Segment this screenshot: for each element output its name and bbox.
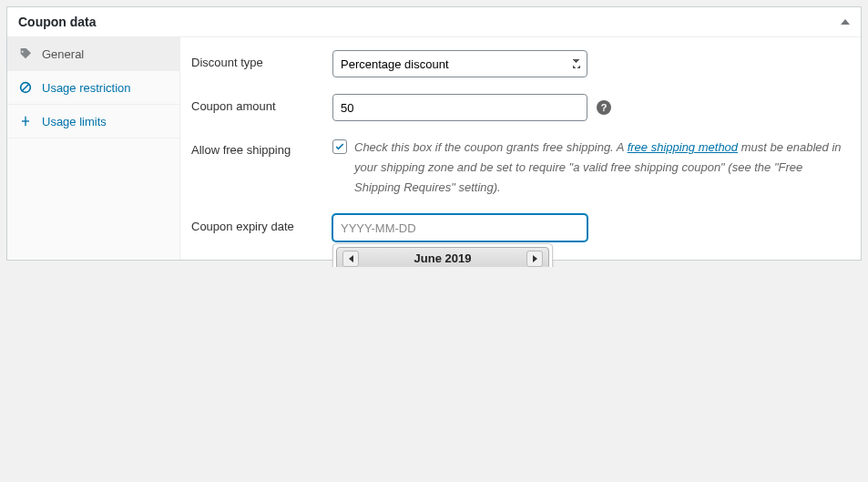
check-icon	[334, 141, 345, 152]
chevron-right-icon	[533, 255, 537, 262]
datepicker-popup: June 2019 MTWTFSS 1234567891011121314151…	[332, 243, 553, 267]
coupon-amount-label: Coupon amount	[191, 94, 332, 113]
free-shipping-label: Allow free shipping	[191, 138, 332, 157]
tabs-sidebar: General Usage restriction Usage limits	[7, 37, 180, 260]
tab-usage-restriction[interactable]: Usage restriction	[7, 71, 179, 105]
help-icon[interactable]: ?	[597, 100, 611, 115]
panel-header: Coupon data	[7, 7, 861, 37]
svg-line-1	[22, 84, 29, 91]
tab-usage-restriction-label: Usage restriction	[42, 81, 131, 95]
expiry-date-input[interactable]	[332, 214, 587, 241]
datepicker-prev-month[interactable]	[342, 251, 359, 267]
coupon-amount-input[interactable]	[332, 94, 587, 121]
datepicker-title: June 2019	[414, 251, 472, 265]
discount-type-label: Discount type	[191, 50, 332, 69]
panel-collapse-toggle[interactable]	[841, 19, 850, 25]
free-shipping-checkbox[interactable]	[332, 139, 347, 154]
datepicker-header: June 2019	[336, 247, 549, 267]
datepicker-next-month[interactable]	[526, 251, 543, 267]
tab-content: Discount type Percentage discount Coupon…	[180, 37, 861, 260]
chevron-left-icon	[349, 255, 353, 262]
tag-icon	[18, 46, 33, 61]
sliders-icon	[18, 114, 33, 128]
tab-general[interactable]: General	[7, 37, 179, 71]
tab-general-label: General	[42, 47, 84, 61]
coupon-data-panel: Coupon data General Usage restriction	[6, 6, 862, 261]
free-shipping-method-link[interactable]: free shipping method	[628, 140, 738, 154]
expiry-date-label: Coupon expiry date	[191, 214, 332, 233]
discount-type-select[interactable]: Percentage discount	[332, 50, 587, 77]
ban-icon	[18, 80, 33, 95]
tab-usage-limits[interactable]: Usage limits	[7, 105, 179, 138]
panel-title: Coupon data	[18, 15, 97, 29]
free-shipping-description: Check this box if the coupon grants free…	[354, 138, 842, 198]
tab-usage-limits-label: Usage limits	[42, 115, 107, 128]
